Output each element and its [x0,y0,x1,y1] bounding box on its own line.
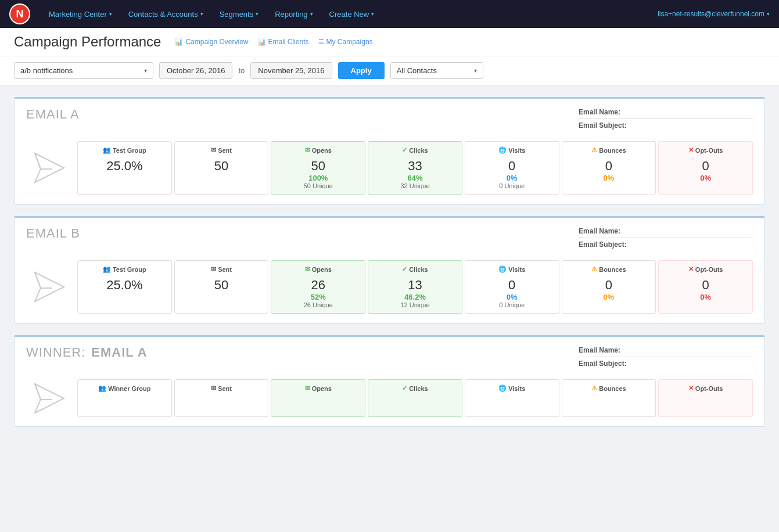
caret-icon: ▾ [109,11,112,17]
content-area: EMAIL A Email Name: Email Subject: [0,85,779,438]
contacts-select[interactable]: All Contacts ▾ [390,62,483,79]
email-b-icon [26,269,73,304]
stat-winner-visits: 🌐 Visits [465,379,559,417]
envelope-icon: ✉ [211,265,216,273]
stat-bounces: ⚠ Bounces 0 0% [562,141,656,195]
dropdown-arrow-icon: ▾ [474,67,477,74]
email-a-label: EMAIL A [26,107,80,122]
bar-chart-icon: 📊 [175,38,183,46]
nav-logo[interactable]: N [9,3,30,24]
warning-icon: ⚠ [591,146,597,154]
svg-marker-0 [35,153,64,182]
check-icon: ✓ [402,265,407,273]
date-to-input[interactable]: November 25, 2016 [250,62,332,79]
stat-optouts-b: ✕ Opt-Outs 0 0% [658,260,753,314]
caret-icon: ▾ [310,11,313,17]
svg-marker-6 [35,384,64,413]
stat-visits-b: 🌐 Visits 0 0% 0 Unique [465,260,559,314]
page-header: Campaign Performance 📊 Campaign Overview… [0,28,779,56]
stat-clicks: ✓ Clicks 33 64% 32 Unique [368,141,462,195]
page-title: Campaign Performance [14,34,161,50]
check-icon: ✓ [402,384,407,392]
bar-chart-icon: 📊 [258,38,266,46]
stat-winner-opens: ✉ Opens [271,379,365,417]
stat-bounces-b: ⚠ Bounces 0 0% [562,260,656,314]
x-icon: ✕ [688,146,694,154]
caret-icon: ▾ [371,11,374,17]
winner-icon [26,381,73,416]
campaign-select[interactable]: a/b notifications ▾ [14,62,153,79]
stat-test-group: 👥 Test Group 25.0% [77,141,172,195]
check-icon: ✓ [402,146,407,154]
stat-winner-bounces: ⚠ Bounces [562,379,656,417]
link-email-clients[interactable]: 📊 Email Clients [258,38,309,46]
email-a-section: EMAIL A Email Name: Email Subject: [14,97,765,204]
caret-icon: ▾ [200,11,203,17]
stat-opens: ✉ Opens 50 100% 50 Unique [271,141,365,195]
caret-icon: ▾ [767,11,770,17]
open-envelope-icon: ✉ [305,146,310,154]
date-from-input[interactable]: October 26, 2016 [159,62,232,79]
nav-item-create-new[interactable]: Create New ▾ [321,0,383,28]
nav-item-contacts[interactable]: Contacts & Accounts ▾ [120,0,211,28]
date-separator: to [238,66,245,75]
globe-icon: 🌐 [498,146,507,154]
stat-clicks-b: ✓ Clicks 13 46.2% 12 Unique [368,260,462,314]
filter-bar: a/b notifications ▾ October 26, 2016 to … [0,56,779,85]
stat-test-group-b: 👥 Test Group 25.0% [77,260,172,314]
stat-winner-clicks: ✓ Clicks [368,379,462,417]
winner-section: WINNER: EMAIL A Email Name: Email Subjec… [14,335,765,427]
winner-prefix: WINNER: [26,345,85,360]
stat-visits: 🌐 Visits 0 0% 0 Unique [465,141,559,195]
globe-icon: 🌐 [498,265,507,273]
nav-item-reporting[interactable]: Reporting ▾ [267,0,321,28]
open-envelope-icon: ✉ [305,265,310,273]
warning-icon: ⚠ [591,265,597,273]
stat-sent-b: ✉ Sent 50 [174,260,269,314]
caret-icon: ▾ [256,11,259,17]
open-envelope-icon: ✉ [305,384,310,392]
nav-item-marketing[interactable]: Marketing Center ▾ [41,0,120,28]
page-header-links: 📊 Campaign Overview 📊 Email Clients ☰ My… [175,38,372,46]
stat-winner-sent: ✉ Sent [174,379,269,417]
stat-opens-b: ✉ Opens 26 52% 26 Unique [271,260,365,314]
email-a-stats: 👥 Test Group 25.0% ✉ Sent 50 ✉ [77,141,753,195]
link-campaign-overview[interactable]: 📊 Campaign Overview [175,38,248,46]
apply-button[interactable]: Apply [338,62,385,79]
stat-sent: ✉ Sent 50 [174,141,269,195]
group-icon: 👥 [103,265,111,273]
group-icon: 👥 [103,146,111,154]
email-b-section: EMAIL B Email Name: Email Subject: [14,216,765,323]
stat-winner-group: 👥 Winner Group [77,379,172,417]
stat-optouts: ✕ Opt-Outs 0 0% [658,141,753,195]
x-icon: ✕ [688,265,694,273]
envelope-icon: ✉ [211,384,216,392]
paper-plane-icon [32,150,67,185]
nav-item-segments[interactable]: Segments ▾ [211,0,267,28]
x-icon: ✕ [688,384,694,392]
group-icon: 👥 [98,384,106,392]
paper-plane-icon [32,381,67,416]
list-icon: ☰ [318,38,324,46]
winner-name: EMAIL A [91,345,147,360]
email-b-stats: 👥 Test Group 25.0% ✉ Sent 50 ✉ Opens [77,260,753,314]
main-nav: N Marketing Center ▾ Contacts & Accounts… [0,0,779,28]
dropdown-arrow-icon: ▾ [144,67,147,74]
stat-winner-optouts: ✕ Opt-Outs [658,379,753,417]
globe-icon: 🌐 [498,384,507,392]
winner-stats: 👥 Winner Group ✉ Sent ✉ Opens [77,379,753,417]
link-my-campaigns[interactable]: ☰ My Campaigns [318,38,373,46]
svg-marker-3 [35,272,64,301]
paper-plane-icon [32,269,67,304]
email-b-label: EMAIL B [26,226,80,241]
nav-user[interactable]: lisa+net-results@cleverfunnel.com ▾ [658,10,770,18]
email-a-icon [26,150,73,185]
envelope-icon: ✉ [211,146,216,154]
warning-icon: ⚠ [591,384,597,392]
